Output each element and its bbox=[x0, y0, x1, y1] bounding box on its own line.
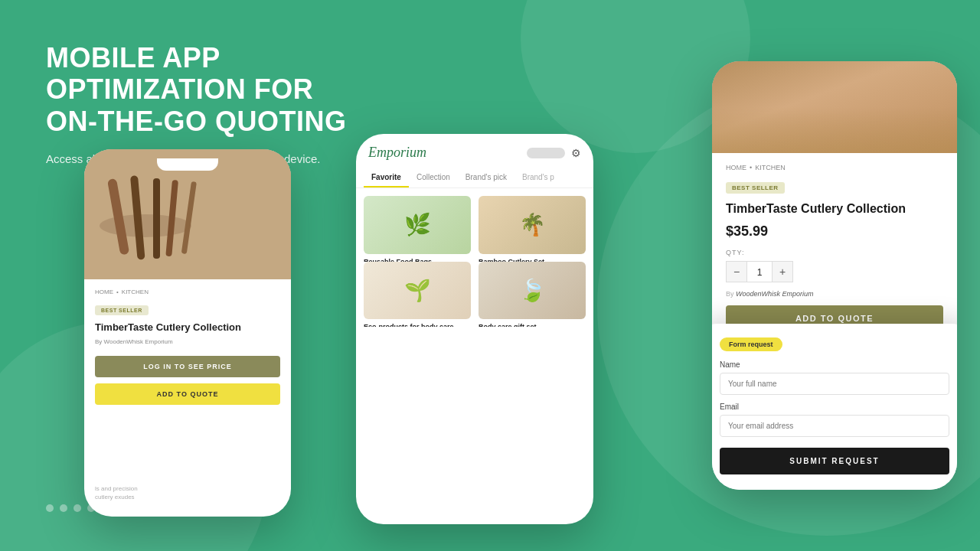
tabs-row: Favorite Collection Brand's pick Brand's… bbox=[356, 161, 593, 188]
plus-icon: + bbox=[779, 266, 786, 278]
header-icons: ⚙ bbox=[527, 147, 581, 159]
seller-name-right: WoodenWhisk Emporium bbox=[736, 290, 814, 298]
product-card-eco-body: 🌱 Eco-products for body care Add to quot… bbox=[364, 262, 471, 320]
best-seller-badge-right: BEST SELLER bbox=[726, 182, 785, 194]
qty-label: QTY: bbox=[726, 249, 943, 256]
email-input[interactable] bbox=[720, 415, 949, 437]
products-grid: 🌿 Reusable Food Bags Add to quote 🌴 Bamb… bbox=[356, 188, 593, 327]
product-image-left bbox=[84, 149, 291, 279]
product-price-right: $35.99 bbox=[726, 223, 943, 240]
phone-mockup-middle: Emporium ⚙ Favorite Collection Brand's p… bbox=[356, 134, 593, 524]
product-seller-right: By WoodenWhisk Emporium bbox=[726, 290, 943, 298]
best-seller-badge-left: BEST SELLER bbox=[95, 305, 149, 315]
tab-favorite[interactable]: Favorite bbox=[364, 168, 409, 187]
breadcrumb-category: KITCHEN bbox=[122, 289, 149, 295]
app-logo: Emporium bbox=[368, 145, 426, 161]
breadcrumb-home: HOME bbox=[95, 289, 113, 295]
name-input[interactable] bbox=[720, 373, 949, 395]
product-image-right bbox=[712, 61, 957, 153]
phone-notch-middle bbox=[444, 143, 505, 155]
add-to-quote-button-left[interactable]: ADD TO QUOTE bbox=[95, 383, 280, 405]
by-label-left: By bbox=[95, 338, 102, 345]
product-name-eco-body: Eco-products for body care bbox=[364, 323, 471, 327]
breadcrumb-left: HOME • KITCHEN bbox=[95, 289, 280, 295]
product-card-food-bags: 🌿 Reusable Food Bags Add to quote bbox=[364, 196, 471, 254]
breadcrumb-category-right: KITCHEN bbox=[755, 164, 786, 171]
product-detail-content: HOME • KITCHEN BEST SELLER TimberTaste C… bbox=[712, 153, 957, 383]
name-field-label: Name bbox=[720, 360, 949, 369]
product-name-body-care: Body care gift set bbox=[479, 323, 586, 327]
product-image-eco-body: 🌱 bbox=[364, 262, 471, 320]
breadcrumb-home-right: HOME bbox=[726, 164, 746, 171]
product-image-food-bags: 🌿 bbox=[364, 196, 471, 254]
phone-mockup-right: HOME • KITCHEN BEST SELLER TimberTaste C… bbox=[712, 61, 957, 490]
product-card-body-care: 🍃 Body care gift set Add to quote bbox=[479, 262, 586, 320]
seller-name-left: WoodenWhisk Emporium bbox=[104, 338, 173, 345]
login-to-see-price-button[interactable]: LOG IN TO SEE PRICE bbox=[95, 356, 280, 377]
product-title-left: TimberTaste Cutlery Collection bbox=[95, 321, 280, 334]
qty-decrease-button[interactable]: − bbox=[726, 261, 747, 282]
product-description-snippet: ls and precision cutlery exudes bbox=[95, 484, 280, 501]
dot-2[interactable] bbox=[60, 504, 67, 512]
qty-increase-button[interactable]: + bbox=[772, 261, 793, 282]
qty-value: 1 bbox=[747, 261, 772, 282]
tab-collection[interactable]: Collection bbox=[409, 168, 458, 187]
dot-1[interactable] bbox=[46, 504, 54, 512]
product-by-left: By WoodenWhisk Emporium bbox=[95, 338, 280, 345]
breadcrumb-sep-right: • bbox=[750, 164, 752, 171]
submit-request-button[interactable]: SUBMIT REQUEST bbox=[720, 448, 949, 474]
dot-3[interactable] bbox=[74, 504, 81, 512]
phone-mockup-left: HOME • KITCHEN BEST SELLER TimberTaste C… bbox=[84, 149, 291, 517]
breadcrumb-dot: • bbox=[116, 289, 119, 295]
product-image-body-care: 🍃 bbox=[479, 262, 586, 320]
form-request-badge: Form request bbox=[720, 337, 782, 351]
search-pill[interactable] bbox=[527, 148, 565, 158]
product-image-bamboo: 🌴 bbox=[479, 196, 586, 254]
product-title-right: TimberTaste Cutlery Collection bbox=[726, 201, 943, 217]
form-request-popup: Form request Name Email SUBMIT REQUEST bbox=[712, 324, 957, 490]
phone-notch-left bbox=[157, 158, 218, 171]
minus-icon: − bbox=[733, 266, 740, 278]
email-field-label: Email bbox=[720, 403, 949, 411]
product-card-bamboo: 🌴 Bamboo Cutlery Set Add to quote bbox=[479, 196, 586, 254]
breadcrumb-right: HOME • KITCHEN bbox=[726, 164, 943, 171]
tab-brands-p[interactable]: Brand's p bbox=[514, 168, 562, 187]
main-heading: MOBILE APP OPTIMIZATION FOR ON-THE-GO QU… bbox=[46, 42, 368, 137]
qty-section: QTY: − 1 + bbox=[726, 249, 943, 282]
filter-icon[interactable]: ⚙ bbox=[571, 147, 581, 159]
by-label-right: By bbox=[726, 290, 734, 298]
qty-controls: − 1 + bbox=[726, 261, 943, 282]
tab-brands-pick[interactable]: Brand's pick bbox=[458, 168, 514, 187]
